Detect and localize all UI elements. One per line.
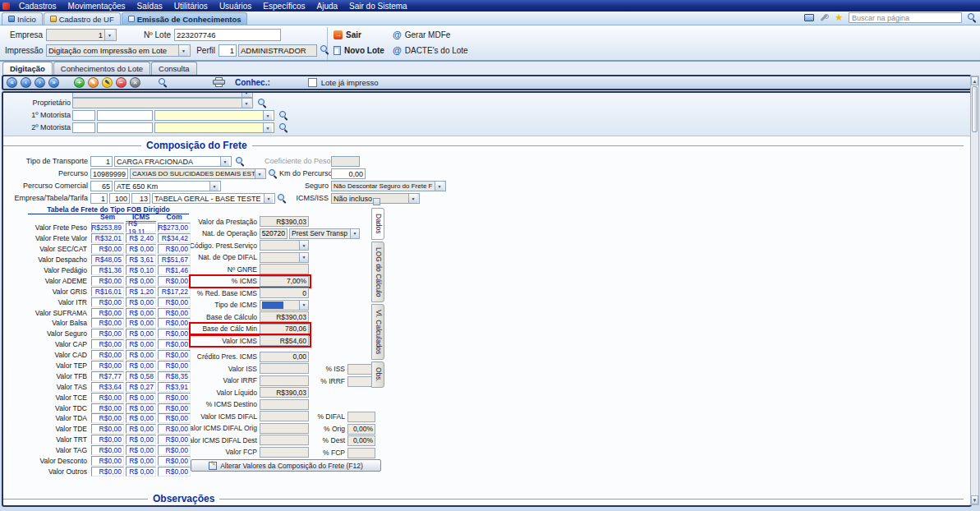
scroll-up-button[interactable]: ▲ xyxy=(971,76,978,85)
tools-icon[interactable] xyxy=(820,13,829,22)
icms-destino-input[interactable] xyxy=(260,399,309,410)
freight-value-cell[interactable]: R$ 0,58 xyxy=(126,371,156,381)
freight-value-cell[interactable]: R$273,00 xyxy=(158,223,191,232)
side-tab-obs[interactable]: Obs. xyxy=(371,361,384,388)
difal-input[interactable] xyxy=(347,412,375,422)
cancel-record-button[interactable]: × xyxy=(130,77,140,88)
freight-value-cell[interactable]: R$0,00 xyxy=(158,424,191,434)
freight-value-cell[interactable]: R$0,00 xyxy=(91,244,124,254)
n-gnre-input[interactable] xyxy=(260,264,309,274)
tabela-tarifa-input[interactable]: 13 xyxy=(131,193,150,204)
freight-value-cell[interactable]: R$ 1,20 xyxy=(126,287,156,297)
coeficiente-peso-input[interactable] xyxy=(331,156,360,167)
codigo-prest-servico-select[interactable]: ▼ xyxy=(260,240,309,251)
valor-icms-difal-orig-input[interactable] xyxy=(260,423,309,434)
freight-value-cell[interactable]: R$ 0,00 xyxy=(126,339,156,349)
prev-record-button[interactable]: ‹ xyxy=(21,77,31,88)
valor-liquido-input[interactable]: R$390,03 xyxy=(260,387,309,398)
motorista2-name-select[interactable]: ▼ xyxy=(154,122,274,133)
freight-value-cell[interactable]: R$0,00 xyxy=(91,413,124,423)
freight-value-cell[interactable]: R$ 0,00 xyxy=(126,424,156,434)
tabela-select[interactable]: TABELA GERAL - BASE TESTE ▼ xyxy=(152,193,275,204)
base-de-calculo-input[interactable]: R$390,03 xyxy=(260,311,309,322)
side-tab-log-do-calculo[interactable]: LOG do Cálculo xyxy=(371,242,384,302)
freight-value-cell[interactable]: R$ 0,10 xyxy=(126,265,156,275)
freight-value-cell[interactable]: R$0,00 xyxy=(91,329,124,338)
scroll-down-button[interactable]: ▼ xyxy=(971,495,978,504)
first-record-button[interactable]: « xyxy=(7,77,17,88)
freight-value-cell[interactable]: R$0,00 xyxy=(91,297,124,307)
tipo-transporte-select[interactable]: CARGA FRACIONADA ▼ xyxy=(114,156,232,167)
freight-value-cell[interactable]: R$ 0,00 xyxy=(126,318,156,328)
perfil-name-field[interactable]: ADMINISTRADOR xyxy=(238,44,317,57)
freight-value-cell[interactable]: R$0,00 xyxy=(158,413,191,423)
tipo-transporte-code-input[interactable]: 1 xyxy=(90,156,113,167)
browser-tab-inicio[interactable]: Início xyxy=(2,12,43,25)
freight-value-cell[interactable]: R$0,00 xyxy=(158,297,191,307)
freight-value-cell[interactable]: R$0,00 xyxy=(158,244,191,254)
search-icon[interactable] xyxy=(258,99,267,108)
side-tab-vl-calculados[interactable]: Vl. Calculados xyxy=(371,304,384,360)
dropdown-arrow-icon[interactable]: ▼ xyxy=(220,157,229,166)
freight-value-cell[interactable]: R$0,00 xyxy=(158,276,191,286)
search-icon[interactable] xyxy=(968,13,977,22)
freight-value-cell[interactable]: R$ 0,00 xyxy=(126,276,156,286)
freight-value-cell[interactable]: R$ 0,00 xyxy=(126,403,156,413)
search-icon[interactable] xyxy=(279,111,288,120)
dropdown-arrow-icon[interactable]: ▼ xyxy=(242,93,251,97)
dropdown-arrow-icon[interactable]: ▼ xyxy=(242,99,251,108)
percurso-comercial-code-input[interactable]: 65 xyxy=(90,181,113,191)
gerar-mdfe-button[interactable]: @ Gerar MDFe xyxy=(393,30,450,39)
freight-value-cell[interactable]: R$0,00 xyxy=(158,435,191,444)
valor-fcp-input[interactable] xyxy=(260,447,309,458)
menu-item-sair-do-sistema[interactable]: Sair do Sistema xyxy=(343,0,413,12)
freight-value-cell[interactable]: R$ 0,00 xyxy=(126,308,156,318)
browser-tab-emissao-de-conhecimentos[interactable]: Emissão de Conhecimentos xyxy=(122,12,248,25)
valor-icms-input[interactable]: R$54,60 xyxy=(260,335,309,346)
freight-value-cell[interactable]: R$0,00 xyxy=(158,467,191,476)
freight-value-cell[interactable]: R$1,36 xyxy=(91,265,124,275)
favorite-icon[interactable]: ★ xyxy=(835,13,843,22)
next-record-button[interactable]: › xyxy=(35,77,45,88)
freight-value-cell[interactable]: R$0,00 xyxy=(91,276,124,286)
dropdown-arrow-icon[interactable]: ▼ xyxy=(255,169,264,178)
freight-value-cell[interactable]: R$ 0,00 xyxy=(126,393,156,403)
freight-value-cell[interactable]: R$ 0,00 xyxy=(126,297,156,307)
search-icon[interactable] xyxy=(278,194,287,203)
add-record-button[interactable]: + xyxy=(74,77,85,88)
annotate-record-button[interactable]: ✎ xyxy=(102,77,113,88)
base-de-calc-min-input[interactable]: 780,06 xyxy=(260,324,309,334)
freight-value-cell[interactable]: R$0,00 xyxy=(91,424,124,434)
dropdown-arrow-icon[interactable]: ▼ xyxy=(299,253,308,262)
nat-de-operacao-code-input[interactable]: 520720 xyxy=(260,228,288,239)
freight-value-cell[interactable]: R$51,67 xyxy=(158,255,191,265)
dropdown-arrow-icon[interactable]: ▼ xyxy=(263,111,272,120)
motorista1-name-select[interactable]: ▼ xyxy=(154,110,274,121)
orig-input[interactable]: 0,00% xyxy=(347,424,375,435)
proprietario-select[interactable]: ▼ xyxy=(72,98,253,108)
freight-value-cell[interactable]: R$ 0,27 xyxy=(126,382,156,392)
freight-value-cell[interactable]: R$0,00 xyxy=(91,456,124,466)
search-record-icon[interactable] xyxy=(159,78,168,87)
sair-button[interactable]: → Sair xyxy=(334,30,361,39)
dropdown-arrow-icon[interactable]: ▼ xyxy=(263,123,272,132)
freight-value-cell[interactable]: R$16,01 xyxy=(91,287,124,297)
tab-consulta[interactable]: Consulta xyxy=(151,62,197,75)
freight-value-cell[interactable]: R$3,64 xyxy=(91,382,124,392)
panel-grid-icon[interactable] xyxy=(373,198,380,205)
freight-value-cell[interactable]: R$0,00 xyxy=(91,445,124,455)
dactes-lote-button[interactable]: @ DACTE's do Lote xyxy=(393,46,468,55)
freight-value-cell[interactable]: R$ 0,00 xyxy=(126,413,156,423)
browser-tab-cadastro-de-uf[interactable]: Cadastro de UF xyxy=(44,12,121,25)
perfil-code-input[interactable]: 1 xyxy=(219,44,237,57)
freight-value-cell[interactable]: R$0,00 xyxy=(91,435,124,444)
dropdown-arrow-icon[interactable]: ▼ xyxy=(435,182,444,191)
scrollbar-track[interactable] xyxy=(971,133,978,495)
freight-value-cell[interactable]: R$0,00 xyxy=(158,456,191,466)
search-icon[interactable] xyxy=(320,45,329,54)
freight-value-cell[interactable]: R$48,05 xyxy=(91,255,124,265)
impressao-select[interactable]: Digitação com Impressão em Lote ▼ xyxy=(46,44,191,57)
freight-value-cell[interactable]: R$ 0,00 xyxy=(126,467,156,476)
freight-value-cell[interactable]: R$0,00 xyxy=(158,308,191,318)
freight-value-cell[interactable]: R$0,00 xyxy=(158,318,191,328)
